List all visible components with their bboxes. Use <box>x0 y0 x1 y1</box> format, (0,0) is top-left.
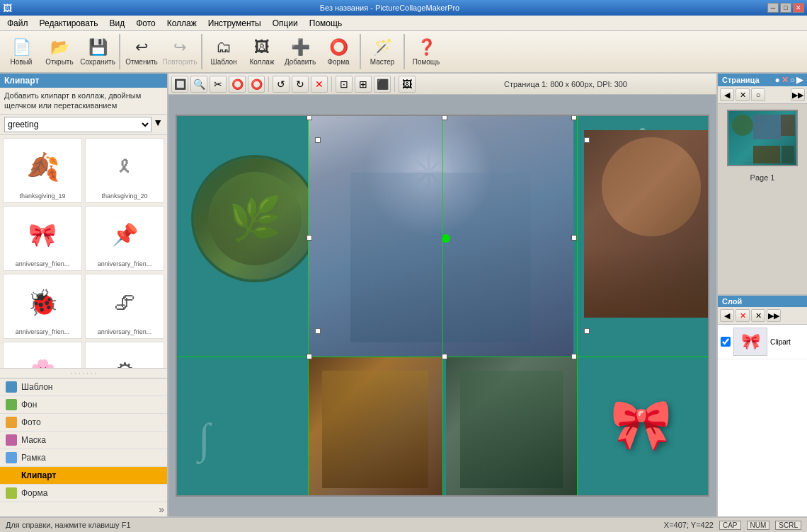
tool-select[interactable]: 🔲 <box>171 76 188 93</box>
photo-top-right[interactable] <box>584 130 708 318</box>
sel-handle-tl[interactable] <box>315 137 321 143</box>
menu-photo[interactable]: Фото <box>130 17 161 30</box>
sel-handle-tr[interactable] <box>584 137 590 143</box>
layer-config-btn[interactable]: ✕ <box>751 309 765 322</box>
clipart-search-select[interactable]: greeting <box>4 117 151 132</box>
handle-tl[interactable] <box>307 115 312 120</box>
sidebar-item-mask[interactable]: Маска <box>0 432 167 449</box>
tool-circle[interactable]: ⭕ <box>229 76 246 93</box>
page-thumbnail[interactable] <box>727 110 798 166</box>
layer-prev-btn[interactable]: ◀ <box>720 309 734 322</box>
rotation-handle[interactable] <box>442 234 450 243</box>
num-badge: NUM <box>747 521 770 530</box>
handle-tm[interactable] <box>442 115 447 120</box>
handle-br[interactable] <box>571 354 577 359</box>
minimize-button[interactable]: ─ <box>767 3 779 13</box>
clipart-item-name: thanksgiving_19 <box>19 192 65 200</box>
sidebar-item-photo[interactable]: Фото <box>0 414 167 432</box>
tool-zoom-fit[interactable]: ⊡ <box>336 76 353 93</box>
tool-delete[interactable]: ✕ <box>311 76 328 93</box>
menu-tools[interactable]: Инструменты <box>202 17 267 30</box>
menu-collage[interactable]: Коллаж <box>161 17 202 30</box>
layer-visible-checkbox[interactable] <box>721 337 731 347</box>
master-icon: 🪄 <box>373 38 392 57</box>
grid-v-2 <box>442 116 443 495</box>
photo-center-main[interactable]: ✳ <box>308 116 573 357</box>
help-button[interactable]: ❓ Помощь <box>408 33 445 71</box>
list-item[interactable]: 📌 anniversary_frien... <box>85 206 164 271</box>
toolbar: 📄 Новый 📂 Открыть 💾 Сохранить ↩ Отменить… <box>0 31 807 74</box>
collage-button[interactable]: 🖼 Коллаж <box>244 33 280 71</box>
page-add-btn[interactable]: ● <box>775 75 780 85</box>
redo-button[interactable]: ↪ Повторить <box>161 33 198 71</box>
page-del-btn[interactable]: ✕ <box>782 75 789 85</box>
maximize-button[interactable]: □ <box>780 3 791 13</box>
tool-zoom-1[interactable]: ⊞ <box>355 76 372 93</box>
photo-bottom-right[interactable] <box>446 357 577 495</box>
menu-file[interactable]: Файл <box>1 17 34 30</box>
handle-ml[interactable] <box>307 235 312 241</box>
photo-circle-frame[interactable]: 🌿 <box>191 155 319 282</box>
menubar: Файл Редактировать Вид Фото Коллаж Инстр… <box>0 16 807 31</box>
list-item[interactable]: 🌸 item_7 <box>3 342 82 368</box>
new-button[interactable]: 📄 Новый <box>3 33 40 71</box>
open-button[interactable]: 📂 Открыть <box>41 33 78 71</box>
shape-button[interactable]: ⭕ Форма <box>320 33 357 71</box>
photo-bottom-left[interactable] <box>308 357 442 495</box>
tool-crop[interactable]: ✂ <box>210 76 227 93</box>
save-button[interactable]: 💾 Сохранить <box>79 33 116 71</box>
list-item[interactable]: 🎀 anniversary_frien... <box>3 206 82 271</box>
list-item[interactable]: ⚙ item_8 <box>85 342 164 368</box>
handle-bl[interactable] <box>307 354 312 359</box>
page-config-btn[interactable]: ○ <box>751 88 765 101</box>
undo-button[interactable]: ↩ Отменить <box>123 33 160 71</box>
list-item[interactable]: 🍂 thanksgiving_19 <box>3 138 82 203</box>
handle-bm[interactable] <box>442 354 447 359</box>
menu-view[interactable]: Вид <box>103 17 130 30</box>
menu-help[interactable]: Помощь <box>304 17 348 30</box>
photo-bottom-left-face <box>322 371 428 488</box>
sidebar-item-clipart[interactable]: Клипарт <box>0 467 167 485</box>
add-button[interactable]: ➕ Добавить <box>282 33 319 71</box>
page-prev-btn[interactable]: ◀ <box>720 88 734 101</box>
menu-options[interactable]: Опции <box>267 17 304 30</box>
tool-circle2[interactable]: ⭕ <box>248 76 265 93</box>
handle-tr[interactable] <box>571 115 577 120</box>
clipart-search-btn[interactable]: ▼ <box>153 117 163 132</box>
list-item[interactable]: 🎗 thanksgiving_20 <box>85 138 164 203</box>
template-button[interactable]: 🗂 Шаблон <box>205 33 242 71</box>
tool-rotate-right[interactable]: ↻ <box>292 76 309 93</box>
template-tab-label: Шаблон <box>21 382 52 392</box>
close-button[interactable]: ✕ <box>793 3 804 13</box>
expand-panel-button[interactable]: » <box>0 502 167 516</box>
page-nav-btn[interactable]: ▶ <box>796 75 803 85</box>
layer-del-btn[interactable]: ✕ <box>736 309 750 322</box>
tool-view-photo[interactable]: 🖼 <box>399 76 416 93</box>
page-add-page-btn[interactable]: ✕ <box>736 88 750 101</box>
layer-next-btn[interactable]: ▶▶ <box>767 309 781 322</box>
sidebar-item-template[interactable]: Шаблон <box>0 378 167 396</box>
panel-resize-handle[interactable]: · · · · · · · <box>0 368 167 378</box>
list-item[interactable]: 🖇 anniversary_frien... <box>85 274 164 339</box>
sidebar-item-shape[interactable]: Форма <box>0 485 167 502</box>
page-header-label: Страница <box>722 76 760 84</box>
sel-handle-br[interactable] <box>584 328 590 334</box>
menu-edit[interactable]: Редактировать <box>34 17 104 30</box>
sidebar-item-frame[interactable]: Рамка <box>0 449 167 467</box>
help-label: Помощь <box>413 58 440 66</box>
tool-zoom[interactable]: 🔍 <box>190 76 207 93</box>
list-item[interactable]: 🎀 Clipart <box>718 325 807 359</box>
page-settings-btn[interactable]: ○ <box>790 75 795 85</box>
handle-mr[interactable] <box>571 235 577 241</box>
tool-zoom-2[interactable]: ⬛ <box>374 76 391 93</box>
clipart-item-name: anniversary_frien... <box>98 328 152 335</box>
sidebar-item-background[interactable]: Фон <box>0 396 167 414</box>
sel-handle-bl[interactable] <box>315 328 321 334</box>
list-item[interactable]: 🐞 anniversary_frien... <box>3 274 82 339</box>
canvas[interactable]: ∫ ❧ ✿ ❀ ◇ 🌿 <box>176 115 709 497</box>
page-next-btn[interactable]: ▶▶ <box>791 88 805 101</box>
master-button[interactable]: 🪄 Мастер <box>364 33 401 71</box>
canvas-sep-1 <box>268 76 269 92</box>
tool-rotate-left[interactable]: ↺ <box>273 76 290 93</box>
canvas-wrapper[interactable]: ∫ ❧ ✿ ❀ ◇ 🌿 <box>168 95 716 516</box>
